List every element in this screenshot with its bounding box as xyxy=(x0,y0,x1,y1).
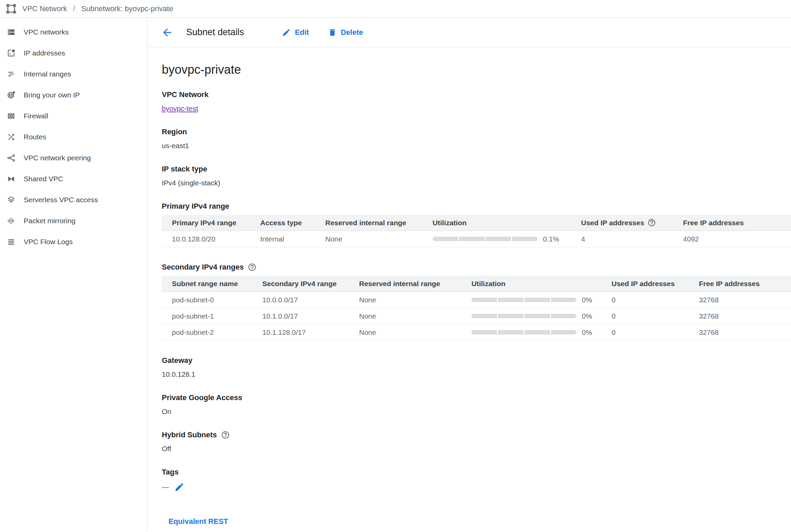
sidebar-item-bring-your-own-ip[interactable]: Bring your own IP xyxy=(0,84,147,106)
shared-vpc-icon xyxy=(7,174,16,183)
tags-value: — xyxy=(162,483,169,491)
help-icon[interactable] xyxy=(647,218,656,227)
sidebar-item-label: Internal ranges xyxy=(24,70,71,78)
back-arrow-icon[interactable] xyxy=(161,26,173,39)
column-header: Utilization xyxy=(433,219,581,227)
utilization-bar xyxy=(472,298,576,302)
delete-button-label: Delete xyxy=(341,28,363,37)
main-panel: Subnet details Edit Delete byovpc xyxy=(148,18,791,532)
column-header: Access type xyxy=(260,219,325,227)
edit-button[interactable]: Edit xyxy=(282,28,309,37)
column-header: Utilization xyxy=(472,280,612,288)
sidebar-item-label: VPC networks xyxy=(24,28,69,36)
sidebar-item-label: Routes xyxy=(24,133,47,141)
sidebar-item-label: IP addresses xyxy=(24,49,65,57)
sidebar-item-packet-mirroring[interactable]: Packet mirroring xyxy=(0,210,147,231)
edit-button-label: Edit xyxy=(295,28,309,37)
table-row: pod-subnet-2 10.1.128.0/17 None 0% 0 327… xyxy=(162,324,791,341)
table-row: pod-subnet-0 10.0.0.0/17 None 0% 0 32768 xyxy=(162,292,791,308)
cell-free-ips: 32768 xyxy=(699,312,791,320)
sidebar-item-firewall[interactable]: Firewall xyxy=(0,106,147,127)
cell-range-name: pod-subnet-0 xyxy=(162,296,262,304)
sidebar: VPC networks IP addresses Internal range… xyxy=(0,18,148,532)
field-label: Private Google Access xyxy=(162,393,791,402)
sidebar-item-label: Shared VPC xyxy=(24,175,63,183)
field-label: VPC Network xyxy=(162,90,791,99)
cell-range-name: pod-subnet-1 xyxy=(162,312,262,320)
utilization-bar xyxy=(472,330,576,335)
field-tags: Tags — xyxy=(162,468,791,492)
cell-primary-range: 10.0.128.0/20 xyxy=(162,235,260,243)
field-value: IPv4 (single-stack) xyxy=(162,179,791,187)
tags-edit-pencil-icon[interactable] xyxy=(174,482,184,492)
field-value: Off xyxy=(162,445,791,453)
breadcrumb-page: Subnetwork: byovpc-private xyxy=(81,4,173,13)
column-header: Used IP addresses xyxy=(581,218,683,227)
breadcrumb-app[interactable]: VPC Network xyxy=(22,4,67,13)
sidebar-item-label: Firewall xyxy=(24,112,48,120)
sidebar-item-internal-ranges[interactable]: Internal ranges xyxy=(0,63,147,84)
sidebar-item-shared-vpc[interactable]: Shared VPC xyxy=(0,168,147,189)
equivalent-rest-link[interactable]: Equivalent REST xyxy=(169,517,228,526)
sidebar-item-vpc-networks[interactable]: VPC networks xyxy=(0,22,147,43)
ip-addresses-icon xyxy=(7,49,16,57)
secondary-ranges-table: Subnet range name Secondary IPv4 range R… xyxy=(162,276,791,341)
column-header: Free IP addresses xyxy=(683,219,791,227)
cell-secondary-range: 10.1.0.0/17 xyxy=(262,312,359,320)
utilization-bar xyxy=(433,237,537,241)
trash-icon xyxy=(328,28,337,37)
cell-free-ips: 32768 xyxy=(699,328,791,337)
utilization-bar xyxy=(472,314,576,318)
cell-used-ips: 0 xyxy=(612,296,699,304)
subnet-name: byovpc-private xyxy=(162,62,791,77)
field-value: 10.0.128.1 xyxy=(162,370,791,378)
help-icon[interactable] xyxy=(221,431,230,439)
table-header-row: Subnet range name Secondary IPv4 range R… xyxy=(162,276,791,292)
field-value: On xyxy=(162,407,791,416)
packet-mirroring-icon xyxy=(7,216,16,225)
sidebar-item-vpc-network-peering[interactable]: VPC network peering xyxy=(0,148,147,168)
sidebar-item-vpc-flow-logs[interactable]: VPC Flow Logs xyxy=(0,231,147,252)
column-header: Subnet range name xyxy=(162,280,262,288)
sidebar-item-label: Serverless VPC access xyxy=(24,196,98,204)
sidebar-item-routes[interactable]: Routes xyxy=(0,127,147,148)
sidebar-item-ip-addresses[interactable]: IP addresses xyxy=(0,43,147,63)
utilization-percent: 0% xyxy=(582,296,592,304)
vpc-network-link[interactable]: byovpc-test xyxy=(162,104,198,112)
sidebar-item-label: Bring your own IP xyxy=(24,91,80,99)
table-row: 10.0.128.0/20 Internal None 0.1% 4 4092 xyxy=(162,231,791,247)
cell-reserved-range: None xyxy=(325,235,433,243)
vpc-networks-icon xyxy=(7,28,16,37)
help-icon[interactable] xyxy=(248,263,257,271)
cell-used-ips: 4 xyxy=(581,235,683,243)
sidebar-item-label: VPC network peering xyxy=(24,154,91,162)
bring-your-own-ip-icon xyxy=(7,91,16,99)
cell-free-ips: 4092 xyxy=(683,235,791,243)
firewall-icon xyxy=(7,112,16,120)
cell-access-type: Internal xyxy=(260,235,325,243)
column-header: Used IP addresses xyxy=(612,280,699,288)
routes-icon xyxy=(7,133,16,141)
cell-utilization: 0% xyxy=(472,312,612,320)
column-header: Primary IPv4 range xyxy=(162,219,260,227)
internal-ranges-icon xyxy=(7,70,16,78)
cell-range-name: pod-subnet-2 xyxy=(162,328,262,337)
delete-button[interactable]: Delete xyxy=(328,28,363,37)
utilization-percent: 0% xyxy=(582,328,592,337)
field-label: Gateway xyxy=(162,356,791,365)
cell-secondary-range: 10.0.0.0/17 xyxy=(262,296,359,304)
primary-range-table: Primary IPv4 range Access type Reserved … xyxy=(162,215,791,247)
cell-reserved-range: None xyxy=(359,312,472,320)
cell-reserved-range: None xyxy=(359,296,472,304)
field-label: Hybrid Subnets xyxy=(162,431,791,439)
vpc-network-icon xyxy=(5,3,17,15)
field-ip-stack-type: IP stack type IPv4 (single-stack) xyxy=(162,165,791,187)
cell-free-ips: 32768 xyxy=(699,296,791,304)
sidebar-item-serverless-vpc-access[interactable]: Serverless VPC access xyxy=(0,189,147,210)
breadcrumb: VPC Network / Subnetwork: byovpc-private xyxy=(0,0,791,18)
table-header-row: Primary IPv4 range Access type Reserved … xyxy=(162,215,791,231)
column-header: Reserved internal range xyxy=(325,219,433,227)
cell-reserved-range: None xyxy=(359,328,472,337)
field-hybrid-subnets: Hybrid Subnets Off xyxy=(162,431,791,453)
field-private-google-access: Private Google Access On xyxy=(162,393,791,416)
